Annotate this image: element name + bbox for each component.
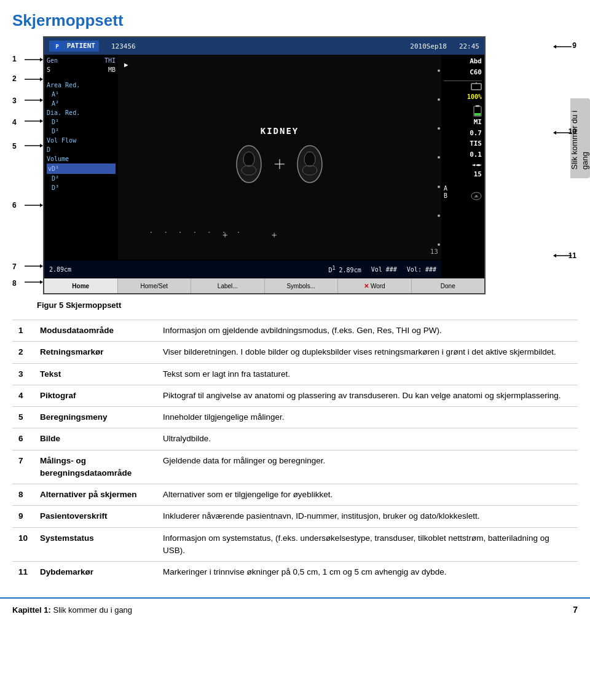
svg-point-33 — [243, 152, 254, 167]
btn-label[interactable]: Label... — [191, 278, 265, 293]
row-num: 8 — [12, 484, 34, 506]
patient-id: 123456 — [111, 42, 136, 50]
row-desc: Alternativer som er tilgjengelige for øy… — [157, 484, 578, 506]
btn-word[interactable]: ✕ Word — [338, 278, 412, 293]
btn-symbols[interactable]: Symbols... — [265, 278, 339, 293]
footer-page-number: 7 — [573, 605, 578, 615]
annotation-9: 9 — [572, 41, 576, 50]
screen-time: 22:45 — [459, 42, 479, 50]
table-row: 9 Pasientoverskrift Inkluderer nåværende… — [12, 506, 578, 527]
row-desc: Markeringer i trinnvise økninger på 0,5 … — [157, 562, 578, 583]
svg-marker-21 — [553, 254, 556, 258]
page-title: Skjermoppsett — [0, 0, 590, 36]
table-row: 2 Retningsmarkør Viser bilderetningen. I… — [12, 342, 578, 363]
annotation-5: 5 — [12, 142, 17, 151]
footer-chapter: Kapittel 1: Slik kommer du i gang — [12, 605, 132, 615]
btn-home[interactable]: Home — [44, 278, 118, 293]
table-row: 7 Målings- og beregningsdataområde Gjeld… — [12, 450, 578, 484]
row-num: 9 — [12, 506, 34, 527]
screen-date: 2010Sep18 — [410, 42, 447, 50]
row-desc: Ultralydbilde. — [157, 428, 578, 450]
svg-text:P: P — [55, 44, 59, 50]
row-desc: Inneholder tilgjengelige målinger. — [157, 407, 578, 428]
table-row: 11 Dybdemarkør Markeringer i trinnvise ø… — [12, 562, 578, 583]
svg-marker-17 — [553, 45, 556, 49]
row-term: Målings- og beregningsdataområde — [34, 450, 157, 484]
svg-point-38 — [304, 152, 315, 167]
depth-number-13: 13 — [430, 248, 438, 256]
row-term: Modusdataområde — [34, 320, 157, 342]
table-row: 6 Bilde Ultralydbilde. — [12, 428, 578, 450]
meas-vol-left: Vol ### — [371, 266, 397, 273]
row-num: 2 — [12, 342, 34, 363]
row-desc: Inkluderer nåværende pasientnavn, ID-num… — [157, 506, 578, 527]
table-row: 3 Tekst Tekst som er lagt inn fra tastat… — [12, 363, 578, 385]
row-term: Alternativer på skjermen — [34, 484, 157, 506]
annotation-3: 3 — [12, 96, 17, 105]
annotation-10: 10 — [568, 127, 576, 136]
svg-rect-27 — [476, 105, 479, 107]
row-term: Piktograf — [34, 385, 157, 406]
annotation-1: 1 — [12, 55, 17, 63]
screen-button-bar: Home Home/Set Label... Symbols... ✕ Word… — [44, 278, 484, 293]
annotation-8: 8 — [12, 279, 17, 288]
row-num: 10 — [12, 527, 34, 562]
row-term: Dybdemarkør — [34, 562, 157, 583]
description-table: 1 Modusdataområde Informasjon om gjelden… — [12, 320, 578, 583]
meas-d1: D1 2.89cm — [328, 265, 361, 273]
screen-top-bar: P PATIENT 123456 2010Sep18 22:45 — [44, 37, 484, 55]
annotation-2: 2 — [12, 74, 17, 83]
row-num: 5 — [12, 407, 34, 428]
row-term: Beregningsmeny — [34, 407, 157, 428]
row-num: 11 — [12, 562, 34, 583]
row-num: 1 — [12, 320, 34, 342]
page-footer: Kapittel 1: Slik kommer du i gang 7 — [0, 597, 590, 621]
screen-right-panel: Abd C60 100% MI 0.7 TIS 0.1 ◄◄► 15 A — [441, 55, 484, 202]
annotation-11: 11 — [568, 251, 576, 260]
patient-icon: P PATIENT — [49, 41, 99, 52]
svg-text:DVD: DVD — [474, 195, 479, 199]
row-num: 3 — [12, 363, 34, 385]
row-desc: Informasjon om systemstatus, (f.eks. und… — [157, 527, 578, 562]
row-num: 7 — [12, 450, 34, 484]
row-desc: Tekst som er lagt inn fra tastaturet. — [157, 363, 578, 385]
annotation-7: 7 — [12, 262, 17, 271]
table-row: 4 Piktograf Piktograf til angivelse av a… — [12, 385, 578, 406]
table-row: 10 Systemstatus Informasjon om systemsta… — [12, 527, 578, 562]
row-term: Pasientoverskrift — [34, 506, 157, 527]
row-term: Retningsmarkør — [34, 342, 157, 363]
annotation-6: 6 — [12, 201, 17, 210]
table-row: 1 Modusdataområde Informasjon om gjelden… — [12, 320, 578, 342]
row-num: 6 — [12, 428, 34, 450]
row-desc: Piktograf til angivelse av anatomi og pl… — [157, 385, 578, 406]
row-desc: Viser bilderetningen. I doble bilder og … — [157, 342, 578, 363]
row-desc: Gjeldende data for målinger og beregning… — [157, 450, 578, 484]
depth-markers — [438, 56, 440, 259]
svg-text:+: + — [222, 230, 227, 240]
screen-caption: Figur 5 Skjermoppsett — [37, 301, 578, 310]
x-icon: ✕ — [364, 283, 369, 289]
table-row: 5 Beregningsmeny Inneholder tilgjengelig… — [12, 407, 578, 428]
row-term: Tekst — [34, 363, 157, 385]
svg-marker-19 — [553, 131, 556, 135]
annotation-4: 4 — [12, 118, 17, 127]
row-desc: Informasjon om gjeldende avbildningsmodu… — [157, 320, 578, 342]
scan-area: ▶ KIDNEY — [118, 55, 441, 259]
svg-rect-28 — [474, 113, 481, 116]
meas-left: 2.89cm — [49, 266, 71, 273]
screen-left-panel: Gen THI S MB Area Red. A¹ A² Dia. Red. D… — [44, 55, 118, 194]
ultrasound-screen: P PATIENT 123456 2010Sep18 22:45 Gen THI… — [43, 36, 486, 294]
btn-homeset[interactable]: Home/Set — [118, 278, 192, 293]
row-term: Systemstatus — [34, 527, 157, 562]
row-num: 4 — [12, 385, 34, 406]
btn-done[interactable]: Done — [412, 278, 485, 293]
svg-text:+: + — [272, 230, 277, 240]
row-term: Bilde — [34, 428, 157, 450]
measurement-bar: 2.89cm D1 2.89cm Vol ### Vol: ### — [44, 261, 441, 278]
kidney-label: KIDNEY — [261, 126, 299, 136]
meas-vol-right: Vol: ### — [407, 266, 436, 273]
svg-rect-24 — [471, 84, 481, 90]
table-row: 8 Alternativer på skjermen Alternativer … — [12, 484, 578, 506]
